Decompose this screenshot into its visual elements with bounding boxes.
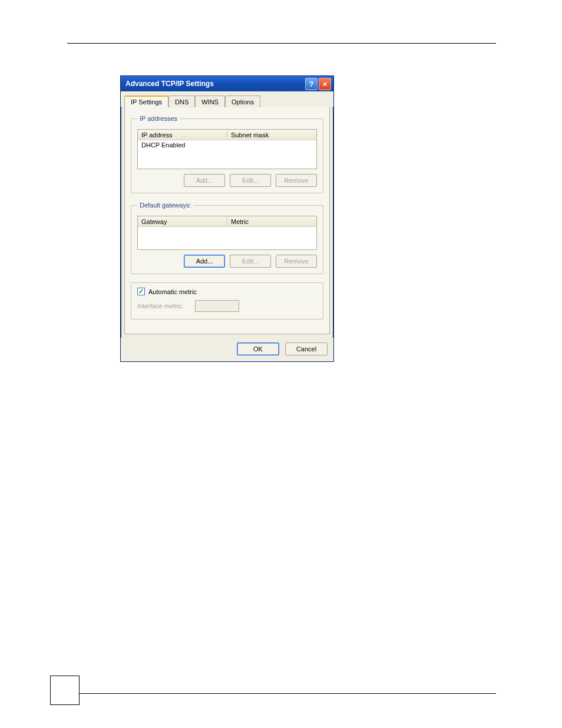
page-bottom-rule — [80, 693, 496, 694]
ip-remove-button[interactable]: Remove — [276, 174, 317, 187]
ip-addresses-listview[interactable]: IP address Subnet mask DHCP Enabled — [137, 129, 317, 169]
tab-strip: IP Settings DNS WINS Options — [121, 91, 333, 107]
help-icon: ? — [309, 80, 314, 88]
col-metric[interactable]: Metric — [227, 216, 316, 226]
gateways-header: Gateway Metric — [138, 216, 316, 227]
interface-metric-label: Interface metric: — [137, 302, 190, 309]
close-icon: × — [323, 80, 328, 88]
ip-addresses-body: DHCP Enabled — [138, 140, 316, 150]
ip-addresses-group: IP addresses IP address Subnet mask DHCP… — [131, 115, 323, 193]
gw-edit-button[interactable]: Edit... — [230, 255, 271, 268]
ok-button[interactable]: OK — [237, 342, 279, 355]
col-gateway[interactable]: Gateway — [138, 216, 227, 226]
cancel-button[interactable]: Cancel — [285, 342, 328, 355]
page-number-box — [50, 676, 80, 705]
automatic-metric-row: Automatic metric — [137, 288, 317, 295]
default-gateways-group: Default gateways: Gateway Metric Add... … — [131, 202, 323, 274]
col-ip-address[interactable]: IP address — [138, 130, 227, 140]
help-button[interactable]: ? — [305, 78, 318, 90]
automatic-metric-checkbox[interactable] — [137, 288, 145, 295]
col-subnet-mask[interactable]: Subnet mask — [227, 130, 316, 140]
tab-options[interactable]: Options — [225, 95, 260, 107]
tab-ip-settings[interactable]: IP Settings — [124, 95, 168, 107]
default-gateways-legend: Default gateways: — [137, 202, 193, 209]
close-button[interactable]: × — [319, 78, 331, 90]
gateways-listview[interactable]: Gateway Metric — [137, 216, 317, 250]
automatic-metric-label: Automatic metric — [148, 288, 197, 295]
ip-addresses-legend: IP addresses — [137, 115, 180, 122]
gw-add-button[interactable]: Add... — [184, 255, 225, 268]
page-top-rule — [67, 43, 496, 44]
window-title: Advanced TCP/IP Settings — [125, 80, 304, 88]
tab-panel-ip-settings: IP addresses IP address Subnet mask DHCP… — [124, 107, 330, 334]
ip-edit-button[interactable]: Edit... — [230, 174, 271, 187]
interface-metric-row: Interface metric: — [137, 300, 317, 312]
gateways-buttons: Add... Edit... Remove — [137, 255, 317, 268]
ip-add-button[interactable]: Add... — [184, 174, 225, 187]
advanced-tcpip-dialog: Advanced TCP/IP Settings ? × IP Settings… — [120, 75, 334, 362]
ip-addresses-buttons: Add... Edit... Remove — [137, 174, 317, 187]
list-item[interactable]: DHCP Enabled — [138, 140, 316, 150]
titlebar[interactable]: Advanced TCP/IP Settings ? × — [121, 76, 333, 91]
interface-metric-input[interactable] — [195, 300, 239, 312]
tab-dns[interactable]: DNS — [168, 95, 195, 107]
tab-wins[interactable]: WINS — [195, 95, 225, 107]
dialog-footer: OK Cancel — [121, 338, 333, 361]
gw-remove-button[interactable]: Remove — [276, 255, 317, 268]
metric-group: Automatic metric Interface metric: — [131, 282, 323, 319]
ip-addresses-header: IP address Subnet mask — [138, 130, 316, 140]
